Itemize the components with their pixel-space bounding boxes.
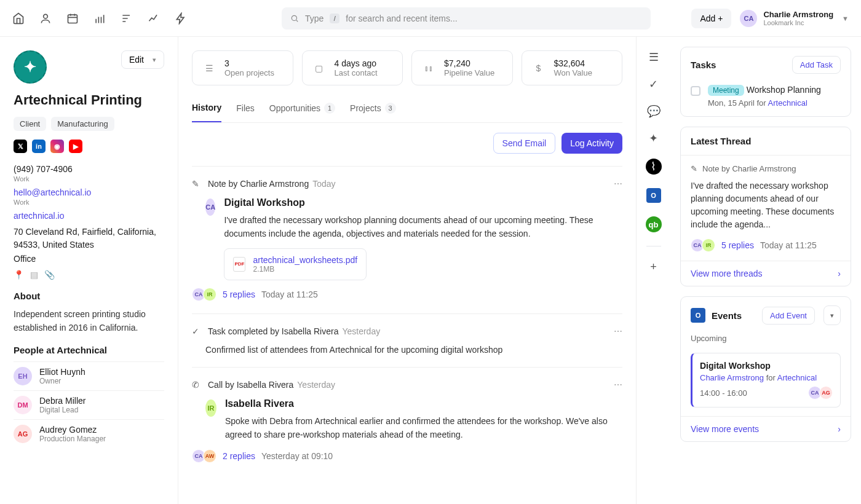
- list-icon[interactable]: [121, 12, 133, 25]
- company-name: Artechnical Printing: [14, 92, 164, 108]
- person-row[interactable]: AG Audrey GomezProduction Manager: [14, 419, 164, 448]
- events-upcoming-label: Upcoming: [681, 334, 851, 349]
- event-card[interactable]: Digital Workshop Charlie Armstrong for A…: [691, 353, 841, 408]
- tasks-title: Tasks: [691, 60, 716, 70]
- tag-client[interactable]: Client: [14, 117, 46, 131]
- task-date: Mon, 15 April for: [708, 98, 768, 108]
- rss-icon[interactable]: ⌇: [646, 159, 662, 175]
- check-circle-icon[interactable]: ✓: [647, 77, 661, 91]
- attachment-size: 2.1MB: [253, 265, 357, 274]
- event-time: 14:00 - 16:00: [700, 388, 747, 398]
- person-name: Audrey Gomez: [39, 425, 106, 435]
- entry-header: Task completed by Isabella RiveraYesterd…: [208, 326, 380, 336]
- add-task-button[interactable]: Add Task: [792, 56, 841, 74]
- stat-won[interactable]: $$32,604Won Value: [522, 50, 623, 85]
- chevron-right-icon: ›: [838, 269, 841, 278]
- search-icon: [290, 14, 299, 23]
- person-avatar: EH: [14, 367, 32, 385]
- user-menu[interactable]: CA Charlie Armstrong Lookmark Inc ▼: [740, 10, 849, 27]
- email-label: Work: [14, 199, 164, 206]
- more-icon[interactable]: ⋯: [614, 380, 622, 390]
- pin-icon[interactable]: 📍: [14, 270, 24, 280]
- attachment[interactable]: PDF artechnical_worksheets.pdf2.1MB: [224, 248, 367, 280]
- youtube-icon[interactable]: ▶: [69, 140, 82, 153]
- person-role: Digital Lead: [39, 406, 85, 414]
- more-icon[interactable]: ⋯: [614, 326, 622, 336]
- reply-avatar: IR: [702, 238, 715, 252]
- filter-icon: ☰: [201, 60, 217, 76]
- pdf-icon: PDF: [233, 257, 245, 272]
- thread-header: Note by Charlie Armstrong: [702, 164, 796, 173]
- task-name[interactable]: Workshop Planning: [747, 85, 821, 95]
- stat-open-projects[interactable]: ☰3Open projects: [192, 50, 293, 85]
- person-name: Debra Miller: [39, 396, 85, 406]
- linkedin-icon[interactable]: in: [32, 140, 46, 153]
- plus-icon[interactable]: +: [647, 260, 661, 274]
- chevron-down-icon: ▾: [153, 56, 156, 64]
- entry-body-text: Spoke with Debra from Artechnical earlie…: [225, 414, 622, 442]
- entry-header: Call by Isabella RiveraYesterday: [208, 380, 335, 390]
- bolt-icon[interactable]: [175, 12, 187, 25]
- thread-replies-link[interactable]: 5 replies: [721, 240, 754, 250]
- chevron-down-icon: ▼: [842, 15, 849, 22]
- tab-projects[interactable]: Projects3: [350, 98, 396, 122]
- quickbooks-icon[interactable]: qb: [646, 216, 662, 232]
- outlook-icon[interactable]: O: [646, 188, 661, 203]
- entry-body-text: I've drafted the necessary workshop plan…: [224, 213, 622, 241]
- edit-button[interactable]: Edit▾: [121, 50, 164, 69]
- person-icon[interactable]: [39, 12, 52, 25]
- svg-point-0: [44, 14, 48, 18]
- bars-icon[interactable]: [93, 12, 106, 25]
- home-icon[interactable]: [12, 12, 25, 25]
- tab-files[interactable]: Files: [236, 98, 255, 122]
- attachment-name: artechnical_worksheets.pdf: [253, 255, 357, 265]
- stack-icon[interactable]: ☰: [647, 50, 661, 64]
- entry-body-text: Confirmed list of attendees from Artechn…: [192, 345, 622, 355]
- more-icon[interactable]: ⋯: [614, 179, 622, 189]
- check-icon: ✓: [192, 326, 202, 336]
- task-checkbox[interactable]: [691, 86, 700, 96]
- calendar-icon: ▢: [311, 60, 327, 76]
- trend-icon[interactable]: [148, 12, 160, 25]
- website-link[interactable]: artechnical.io: [14, 211, 164, 221]
- tab-opportunities[interactable]: Opportunities1: [269, 98, 335, 122]
- stat-pipeline[interactable]: ⫾⫾$7,240Pipeline Value: [411, 50, 513, 85]
- clip-icon[interactable]: 📎: [44, 270, 55, 280]
- add-button[interactable]: Add +: [691, 9, 731, 28]
- send-email-button[interactable]: Send Email: [493, 133, 556, 154]
- user-name: Charlie Armstrong: [763, 10, 833, 19]
- entry-title: Isabella Rivera: [225, 398, 622, 409]
- replies-link[interactable]: 5 replies: [223, 289, 255, 299]
- person-row[interactable]: EH Elliot HuynhOwner: [14, 361, 164, 390]
- tab-history[interactable]: History: [192, 98, 221, 122]
- search-hint: for search and recent items...: [346, 14, 457, 23]
- replies-link[interactable]: 2 replies: [223, 451, 255, 461]
- svg-point-2: [292, 15, 296, 20]
- view-more-threads[interactable]: View more threads›: [681, 261, 851, 286]
- sparkle-icon[interactable]: ✦: [647, 132, 661, 145]
- stat-last-contact[interactable]: ▢4 days agoLast contact: [302, 50, 403, 85]
- person-row[interactable]: DM Debra MillerDigital Lead: [14, 390, 164, 419]
- about-text: Independent screen printing studio estab…: [14, 307, 164, 335]
- email-link[interactable]: hello@artechnical.io: [14, 187, 164, 197]
- view-more-events[interactable]: View more events›: [681, 416, 851, 441]
- chevron-down-icon[interactable]: ▾: [823, 305, 841, 325]
- book-icon[interactable]: ▤: [30, 270, 38, 280]
- search-kbd: /: [330, 14, 339, 23]
- event-who[interactable]: Charlie Armstrong: [700, 373, 764, 382]
- reply-time: Today at 11:25: [261, 289, 318, 299]
- x-icon[interactable]: 𝕏: [14, 140, 27, 153]
- chat-icon[interactable]: 💬: [647, 104, 661, 118]
- calendar-icon[interactable]: [66, 12, 79, 25]
- author-avatar: CA: [205, 199, 215, 216]
- reply-avatar: AW: [203, 449, 216, 463]
- instagram-icon[interactable]: ◉: [50, 140, 64, 153]
- task-company-link[interactable]: Artechnical: [768, 98, 807, 108]
- person-avatar: AG: [14, 425, 32, 443]
- search-input[interactable]: Type / for search and recent items...: [282, 7, 651, 30]
- log-activity-button[interactable]: Log Activity: [561, 133, 622, 154]
- event-org[interactable]: Artechnical: [777, 373, 817, 382]
- tag-manufacturing[interactable]: Manufacturing: [51, 117, 114, 131]
- add-event-button[interactable]: Add Event: [762, 307, 815, 325]
- address-value: 70 Cleveland Rd, Fairfield, California, …: [14, 226, 164, 251]
